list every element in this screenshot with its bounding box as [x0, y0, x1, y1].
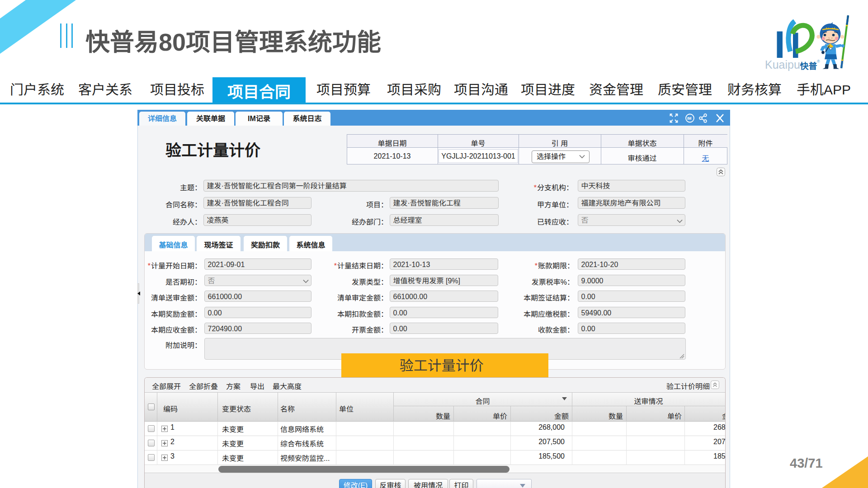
svg-text:®: ® [817, 59, 820, 64]
svg-text:快普: 快普 [800, 61, 817, 71]
svg-text:Kuaipu: Kuaipu [765, 58, 800, 71]
svg-text:IM: IM [687, 116, 691, 121]
